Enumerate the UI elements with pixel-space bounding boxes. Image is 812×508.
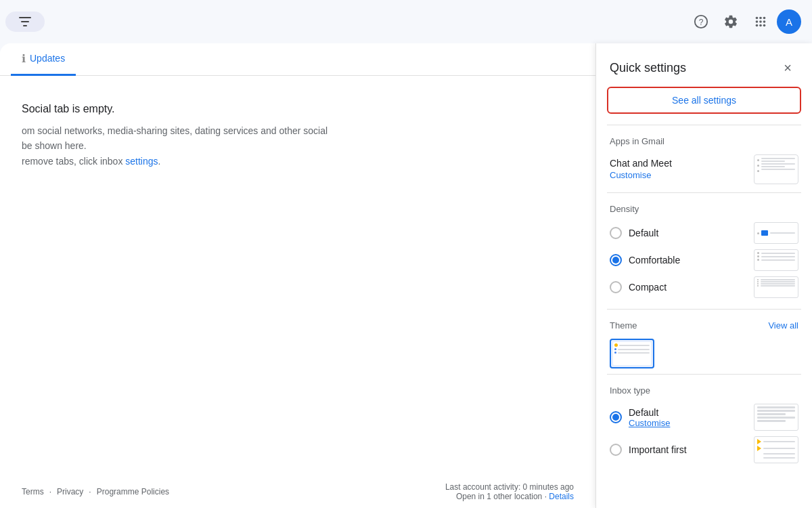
quick-settings-panel: Quick settings × See all settings Apps i… — [595, 43, 812, 508]
density-compact-preview — [754, 276, 798, 298]
svg-rect-1 — [21, 21, 29, 22]
theme-section-title: Theme — [610, 320, 637, 331]
density-default-option[interactable]: Default — [610, 222, 798, 244]
svg-rect-0 — [19, 17, 31, 18]
content-area: ℹ Updates Social tab is empty. om social… — [0, 43, 595, 508]
main-area: ℹ Updates Social tab is empty. om social… — [0, 43, 812, 508]
svg-rect-2 — [23, 25, 27, 26]
inbox-important-preview — [754, 436, 798, 463]
inbox-default-label: Default — [629, 407, 670, 418]
footer: Terms · Privacy · Programme Policies Las… — [0, 475, 595, 508]
svg-point-11 — [756, 24, 759, 27]
svg-point-6 — [759, 17, 762, 20]
density-comfortable-preview — [754, 249, 798, 271]
terms-link[interactable]: Terms — [22, 487, 44, 496]
density-comfortable-radio — [610, 254, 622, 266]
apps-icon — [753, 14, 768, 29]
settings-button[interactable] — [717, 8, 744, 35]
theme-preview[interactable] — [610, 339, 654, 368]
inbox-important-option[interactable]: Important first — [610, 436, 798, 463]
empty-state: Social tab is empty. om social networks,… — [0, 76, 595, 196]
theme-section: Theme View all — [596, 310, 812, 374]
density-default-radio — [610, 227, 622, 239]
svg-text:?: ? — [699, 18, 704, 27]
inbox-default-radio — [610, 411, 622, 423]
settings-link[interactable]: settings — [125, 156, 158, 167]
details-link[interactable]: Details — [549, 492, 574, 501]
density-comfortable-option[interactable]: Comfortable — [610, 249, 798, 271]
inbox-default-option[interactable]: Default Customise — [610, 404, 798, 431]
apps-section-title: Apps in Gmail — [610, 136, 798, 146]
apps-button[interactable] — [747, 8, 774, 35]
svg-point-10 — [763, 20, 766, 23]
apps-in-gmail-section: Apps in Gmail Chat and Meet Customise — [596, 125, 812, 192]
svg-point-12 — [759, 24, 762, 27]
density-default-preview — [754, 222, 798, 244]
chat-meet-row: Chat and Meet Customise — [610, 154, 798, 184]
help-button[interactable]: ? — [687, 8, 715, 35]
inbox-important-label: Important first — [629, 444, 687, 455]
density-default-label: Default — [629, 228, 658, 238]
density-section: Density Default — [596, 193, 812, 309]
density-comfortable-label: Comfortable — [629, 255, 680, 266]
qs-title: Quick settings — [610, 61, 686, 75]
help-icon: ? — [694, 14, 708, 29]
customise-link[interactable]: Customise — [610, 170, 651, 180]
svg-point-9 — [759, 20, 762, 23]
svg-point-8 — [756, 20, 759, 23]
last-activity: Last account activity: 0 minutes ago — [445, 482, 574, 492]
qs-close-button[interactable]: × — [777, 57, 798, 79]
privacy-link[interactable]: Privacy — [57, 487, 83, 496]
empty-description: om social networks, media-sharing sites,… — [22, 123, 333, 169]
tab-updates[interactable]: ℹ Updates — [11, 43, 76, 76]
filter-icon — [19, 17, 31, 26]
density-compact-label: Compact — [629, 282, 667, 293]
tab-updates-label: Updates — [30, 53, 65, 64]
inbox-default-preview — [754, 404, 798, 431]
apps-preview — [754, 154, 798, 184]
top-bar: ? A — [0, 0, 812, 43]
programme-policies-link[interactable]: Programme Policies — [97, 487, 169, 496]
density-compact-radio — [610, 281, 622, 293]
open-in: Open in 1 other location · Details — [445, 492, 574, 501]
theme-header: Theme View all — [610, 320, 798, 331]
svg-point-13 — [763, 24, 766, 27]
density-section-title: Density — [610, 204, 798, 214]
inbox-customise-link[interactable]: Customise — [629, 418, 670, 428]
svg-point-7 — [763, 17, 766, 20]
avatar-button[interactable]: A — [777, 9, 801, 34]
settings-icon — [723, 14, 738, 29]
density-compact-option[interactable]: Compact — [610, 276, 798, 298]
qs-header: Quick settings × — [596, 43, 812, 87]
filter-button[interactable] — [5, 12, 45, 32]
svg-point-5 — [756, 17, 759, 20]
chat-meet-label: Chat and Meet — [610, 158, 672, 169]
updates-icon: ℹ — [22, 52, 26, 65]
top-bar-left — [0, 12, 45, 32]
footer-links: Terms · Privacy · Programme Policies — [22, 487, 169, 496]
view-all-link[interactable]: View all — [768, 320, 798, 331]
top-bar-right: ? A — [687, 8, 801, 35]
empty-title: Social tab is empty. — [22, 103, 574, 115]
inbox-important-radio — [610, 444, 622, 456]
tabs-bar: ℹ Updates — [0, 43, 595, 76]
inbox-type-section-title: Inbox type — [610, 385, 798, 396]
inbox-type-section: Inbox type Default Customise — [596, 375, 812, 474]
footer-right: Last account activity: 0 minutes ago Ope… — [445, 482, 574, 501]
see-all-settings-button[interactable]: See all settings — [607, 87, 801, 114]
